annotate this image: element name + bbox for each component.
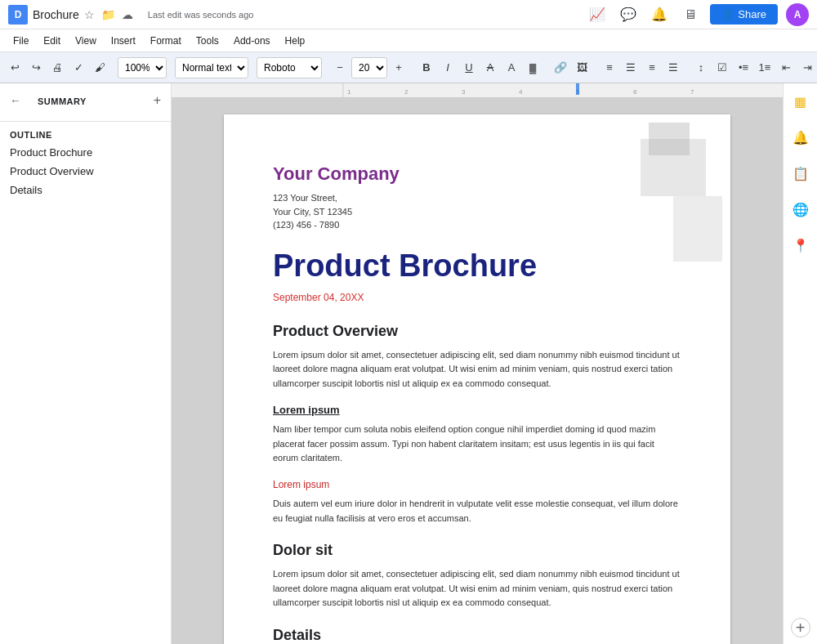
right-panel: ▦ 🔔 📋 🌐 📍 + [783,83,817,644]
align-left-button[interactable]: ≡ [600,57,619,78]
sidebar: ← SUMMARY + OUTLINE Product Brochure Pro… [0,83,172,644]
folder-icon[interactable]: 📁 [101,8,115,21]
svg-text:2: 2 [404,88,408,96]
undo-button[interactable]: ↩ [5,57,25,78]
font-select[interactable]: Roboto Arial Times New Roman [257,57,322,78]
svg-text:4: 4 [519,88,523,96]
add-summary-button[interactable]: + [154,93,161,108]
doc-icon: D [8,5,28,25]
doc-canvas[interactable]: Your Company 123 Your Street, Your City,… [172,98,783,644]
menu-file[interactable]: File [7,34,35,48]
avatar[interactable]: A [786,3,809,26]
ruler: 1 2 3 4 5 6 7 [172,83,783,98]
subsection-body-1: Nam liber tempor cum soluta nobis eleife… [273,423,681,466]
ruler-area: 1 2 3 4 5 6 7 Your Company [172,83,783,644]
menu-insert[interactable]: Insert [105,34,142,48]
italic-button[interactable]: I [438,57,458,78]
cloud-icon[interactable]: ☁ [122,8,133,21]
subsection-dolor-body: Lorem ipsum dolor sit amet, consectetuer… [273,567,681,610]
doc-title: Brochure [33,8,79,21]
zoom-select[interactable]: 100% 75% 125% 150% [118,57,167,78]
summary-title: SUMMARY [28,92,96,110]
menu-help[interactable]: Help [279,34,312,48]
outline-title: OUTLINE [0,125,171,143]
right-panel-icon-notifications[interactable]: 🔔 [789,126,812,149]
right-panel-icon-chart[interactable]: ▦ [789,90,812,113]
font-size-decrease-button[interactable]: − [330,57,350,78]
subsection-dolor-sit: Dolor sit [273,542,681,559]
title-bar: D Brochure ☆ 📁 ☁ Last edit was seconds a… [0,0,817,29]
ruler-svg: 1 2 3 4 5 6 7 [172,83,783,98]
section-heading-product-overview: Product Overview [273,323,681,340]
align-justify-button[interactable]: ☰ [663,57,683,78]
section-heading-details: Details [273,627,681,644]
menu-bar: File Edit View Insert Format Tools Add-o… [0,29,817,52]
link-button[interactable]: 🔗 [551,57,570,78]
outline-item-details[interactable]: Details [0,181,171,199]
menu-view[interactable]: View [69,34,103,48]
analytics-icon[interactable]: 📈 [586,3,609,26]
corner-rect-3 [673,196,722,262]
align-right-button[interactable]: ≡ [642,57,662,78]
subsection-body-2: Duis autem vel eum iriure dolor in hendr… [273,497,681,525]
bold-button[interactable]: B [417,57,436,78]
underline-button[interactable]: U [459,57,479,78]
svg-text:7: 7 [690,88,694,96]
right-panel-icon-add[interactable]: + [791,618,810,637]
title-icons: ☆ 📁 ☁ [84,8,133,21]
align-center-button[interactable]: ☰ [621,57,641,78]
menu-edit[interactable]: Edit [37,34,67,48]
svg-rect-10 [576,83,579,95]
font-size-increase-button[interactable]: + [389,57,408,78]
svg-text:3: 3 [462,88,466,96]
line-spacing-button[interactable]: ↕ [691,57,711,78]
highlight-button[interactable]: ▓ [523,57,542,78]
image-button[interactable]: 🖼 [572,57,592,78]
star-icon[interactable]: ☆ [84,8,95,21]
bulleted-list-button[interactable]: •≡ [734,57,753,78]
main-area: ← SUMMARY + OUTLINE Product Brochure Pro… [0,83,817,644]
notifications-icon[interactable]: 🔔 [648,3,671,26]
text-color-button[interactable]: A [502,57,521,78]
menu-format[interactable]: Format [144,34,188,48]
spellcheck-button[interactable]: ✓ [69,57,88,78]
redo-button[interactable]: ↪ [26,57,46,78]
subsection-link-heading[interactable]: Lorem ipsum [273,479,681,490]
checklist-button[interactable]: ☑ [712,57,732,78]
right-panel-icon-maps[interactable]: 📍 [789,234,812,257]
numbered-list-button[interactable]: 1≡ [755,57,775,78]
right-panel-icon-clipboard[interactable]: 📋 [789,162,812,185]
strikethrough-button[interactable]: A [480,57,500,78]
decrease-indent-button[interactable]: ⇤ [776,57,796,78]
share-icon: 👤 [721,8,734,20]
svg-text:1: 1 [347,88,351,96]
last-edit-text: Last edit was seconds ago [148,10,254,20]
corner-rect-2 [649,123,690,155]
style-select[interactable]: Normal text Heading 1 Heading 2 Heading … [175,57,248,78]
title-bar-right: 📈 💬 🔔 🖥 👤 Share A [586,3,809,26]
menu-addons[interactable]: Add-ons [227,34,277,48]
comments-icon[interactable]: 💬 [617,3,640,26]
outline-item-product-overview[interactable]: Product Overview [0,162,171,181]
subsection-lorem-ipsum-1: Lorem ipsum [273,404,681,416]
outline-item-product-brochure[interactable]: Product Brochure [0,143,171,162]
increase-indent-button[interactable]: ⇥ [797,57,817,78]
section-body-product-overview: Lorem ipsum dolor sit amet, consectetuer… [273,348,681,391]
sidebar-divider [0,121,171,122]
toolbar: ↩ ↪ 🖨 ✓ 🖌 100% 75% 125% 150% Normal text… [0,52,817,83]
doc-date: September 04, 20XX [273,292,681,303]
doc-page: Your Company 123 Your Street, Your City,… [224,114,730,644]
print-button[interactable]: 🖨 [47,57,67,78]
title-bar-left: D Brochure ☆ 📁 ☁ [8,5,133,25]
font-size-select[interactable]: 20 10 12 14 16 18 20 24 [351,57,387,78]
sidebar-back-button[interactable]: ← [10,94,21,107]
page-corner-decoration [600,114,730,262]
right-panel-icon-globe[interactable]: 🌐 [789,198,812,221]
svg-text:6: 6 [633,88,637,96]
screen-icon[interactable]: 🖥 [679,3,702,26]
sidebar-header: ← SUMMARY + [0,83,171,118]
menu-tools[interactable]: Tools [190,34,225,48]
paint-format-button[interactable]: 🖌 [90,57,109,78]
share-button[interactable]: 👤 Share [710,4,778,25]
